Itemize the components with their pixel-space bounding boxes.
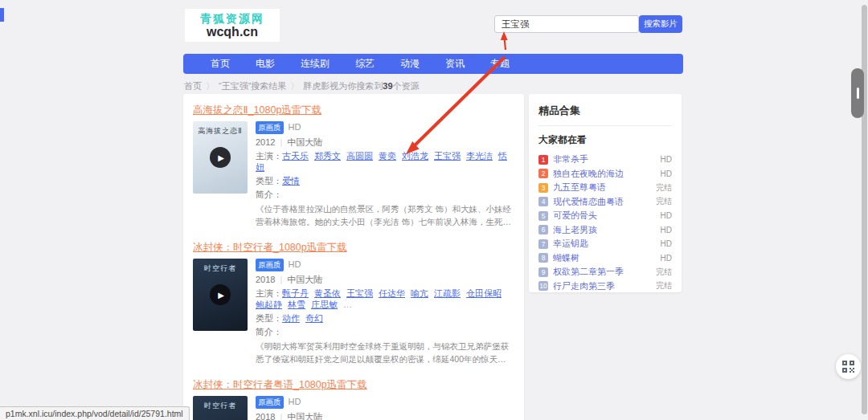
popular-item-link[interactable]: 独自在夜晚的海边 — [553, 168, 656, 180]
movie-title-link[interactable]: 高海拔之恋Ⅱ_1080p迅雷下载 — [193, 104, 321, 117]
movie-title-link[interactable]: 冰封侠：时空行者粤语_1080p迅雷下载 — [193, 378, 367, 392]
actor-link[interactable]: 王宝强 — [434, 151, 461, 161]
actor-link[interactable]: 喻亢 — [411, 288, 428, 298]
poster-title-text: 时空行者 — [193, 396, 248, 411]
year-text: 2018 — [256, 412, 275, 420]
quality-badge: 原画质 — [256, 121, 284, 134]
movie-poster[interactable]: 时空行者▶ — [193, 396, 248, 420]
popular-item-link[interactable]: 可爱的骨头 — [553, 210, 656, 222]
genre-link[interactable]: 奇幻 — [305, 313, 323, 323]
play-button[interactable]: ▶ — [210, 147, 231, 168]
nav-item-0[interactable]: 首页 — [198, 57, 243, 71]
quality-line: 原画质HD — [256, 259, 514, 271]
actor-link[interactable]: 高圆圆 — [346, 151, 373, 161]
genre-line: 类型：爱情 — [256, 175, 514, 186]
movie-result-item: 冰封侠：时空行者_1080p迅雷下载时空行者▶原画质HD2018|中国大陆主演：… — [193, 239, 514, 365]
rank-badge: 2 — [538, 169, 548, 178]
popular-item-status: HD — [661, 239, 672, 248]
rank-badge: 9 — [538, 267, 548, 277]
popular-item-link[interactable]: 幸运钥匙 — [553, 238, 656, 250]
poster-title-text: 高海拔之恋Ⅱ — [193, 121, 248, 137]
rank-badge: 5 — [538, 211, 548, 221]
poster-title-text: 时空行者 — [193, 259, 248, 274]
popular-list-item: 4现代爱情恋曲粤语完结 — [538, 195, 672, 210]
search-input[interactable] — [494, 15, 639, 33]
genre-label: 类型： — [256, 313, 282, 323]
intro-label: 简介： — [256, 189, 514, 200]
sidebar-panel: 精品合集 大家都在看 1非常杀手HD2独自在夜晚的海边HD3九五至尊粤语完结4现… — [529, 94, 682, 292]
sidebar-title: 精品合集 — [538, 104, 672, 126]
play-icon: ▶ — [218, 291, 224, 300]
rank-badge: 8 — [538, 253, 548, 263]
popular-item-link[interactable]: 蝴蝶树 — [553, 252, 656, 264]
popular-item-link[interactable]: 九五至尊粤语 — [553, 181, 651, 194]
popular-item-status: HD — [661, 155, 672, 164]
quality-text: HD — [289, 259, 301, 269]
actor-link[interactable]: 黄奕 — [379, 151, 396, 161]
site-logo[interactable]: 青狐资源网 wcqh.cn — [185, 9, 280, 42]
actor-link[interactable]: 古天乐 — [282, 151, 309, 161]
popular-item-link[interactable]: 非常杀手 — [553, 153, 656, 165]
result-count: 39 — [383, 81, 392, 91]
movie-poster[interactable]: 高海拔之恋Ⅱ▶ — [193, 121, 248, 194]
nav-item-1[interactable]: 电影 — [243, 57, 288, 71]
nav-item-3[interactable]: 综艺 — [342, 57, 387, 71]
scrollbar-thumb[interactable] — [851, 68, 864, 118]
popular-list-item: 2独自在夜晚的海边HD — [538, 167, 672, 181]
popular-list-item: 9权欲第二章第一季完结 — [538, 265, 672, 279]
actor-link[interactable]: 黄圣依 — [314, 288, 341, 298]
popular-list-item: 3九五至尊粤语完结 — [538, 181, 672, 195]
movie-description: 《明朝大将军贺英利用时空金球终于重返明朝，与锦衣卫兄弟萨堡获悉了倭寇和朝廷奸党之… — [256, 340, 514, 365]
actor-link[interactable]: 鲍起静 — [256, 300, 282, 309]
actor-link[interactable]: 任达华 — [379, 288, 405, 298]
year-text: 2018 — [256, 275, 275, 284]
movie-poster[interactable]: 时空行者▶ — [193, 259, 248, 331]
actor-link[interactable]: 林雪 — [288, 300, 305, 309]
actors-label: 主演： — [256, 151, 282, 161]
actor-link[interactable]: 王宝强 — [346, 288, 373, 298]
year-text: 2012 — [256, 137, 275, 147]
breadcrumb-home[interactable]: 首页 — [184, 81, 202, 91]
year-region-line: 2012|中国大陆 — [256, 137, 514, 148]
popular-item-status: HD — [661, 211, 672, 220]
region-text: 中国大陆 — [287, 275, 322, 284]
search-button[interactable]: 搜索影片 — [639, 15, 682, 33]
rank-badge: 4 — [538, 197, 548, 206]
nav-item-2[interactable]: 连续剧 — [288, 57, 342, 71]
popular-item-link[interactable]: 海上老男孩 — [553, 224, 656, 236]
scrollbar-track[interactable] — [862, 5, 867, 414]
popular-list-item: 1非常杀手HD — [538, 153, 672, 167]
left-edge-marker — [0, 8, 4, 22]
logo-title: 青狐资源网 — [200, 12, 264, 25]
quality-badge: 原画质 — [256, 396, 284, 409]
status-url-bar: p1mk.xnl.icu/index.php/vod/detail/id/257… — [0, 406, 190, 420]
qr-code-button[interactable] — [836, 354, 861, 379]
nav-item-5[interactable]: 资讯 — [432, 57, 477, 71]
actor-link[interactable]: 仓田保昭 — [466, 288, 502, 298]
actor-link[interactable]: 甄子丹 — [282, 288, 309, 298]
genre-label: 类型： — [256, 176, 282, 186]
actor-link[interactable]: 郑秀文 — [314, 151, 341, 161]
nav-item-4[interactable]: 动漫 — [387, 57, 432, 71]
movie-result-item: 高海拔之恋Ⅱ_1080p迅雷下载高海拔之恋Ⅱ▶原画质HD2012|中国大陆主演：… — [193, 102, 514, 228]
breadcrumb-result: 胖虎影视为你搜索到39个资源 — [303, 81, 419, 91]
actor-link[interactable]: 江疏影 — [434, 288, 461, 298]
nav-item-6[interactable]: 专题 — [477, 57, 522, 71]
popular-item-status: 完结 — [656, 280, 672, 292]
popular-item-link[interactable]: 行尸走肉第三季 — [553, 280, 651, 292]
rank-badge: 7 — [538, 239, 548, 249]
popular-item-link[interactable]: 现代爱情恋曲粤语 — [553, 196, 651, 208]
play-button[interactable]: ▶ — [210, 284, 231, 305]
actors-line: 主演：古天乐郑秀文高圆圆黄奕刘浩龙王宝强李光洁恬妞 — [256, 150, 514, 173]
movie-title-link[interactable]: 冰封侠：时空行者_1080p迅雷下载 — [193, 241, 347, 255]
genre-link[interactable]: 爱情 — [282, 176, 300, 186]
quality-line: 原画质HD — [256, 396, 514, 409]
movie-description: 《位于香格里拉深山的自然景区，阿秀（郑秀文 饰）和大妹、小妹经营着林海旅馆。她的… — [256, 202, 514, 228]
popular-item-link[interactable]: 权欲第二章第一季 — [553, 266, 651, 278]
popular-list: 1非常杀手HD2独自在夜晚的海边HD3九五至尊粤语完结4现代爱情恋曲粤语完结5可… — [538, 153, 672, 293]
popular-item-status: 完结 — [656, 196, 672, 207]
actor-link[interactable]: 刘浩龙 — [402, 151, 428, 161]
actor-link[interactable]: 李光洁 — [466, 151, 493, 161]
genre-link[interactable]: 动作 — [282, 313, 300, 323]
actor-link[interactable]: 庄思敏 — [311, 300, 338, 309]
